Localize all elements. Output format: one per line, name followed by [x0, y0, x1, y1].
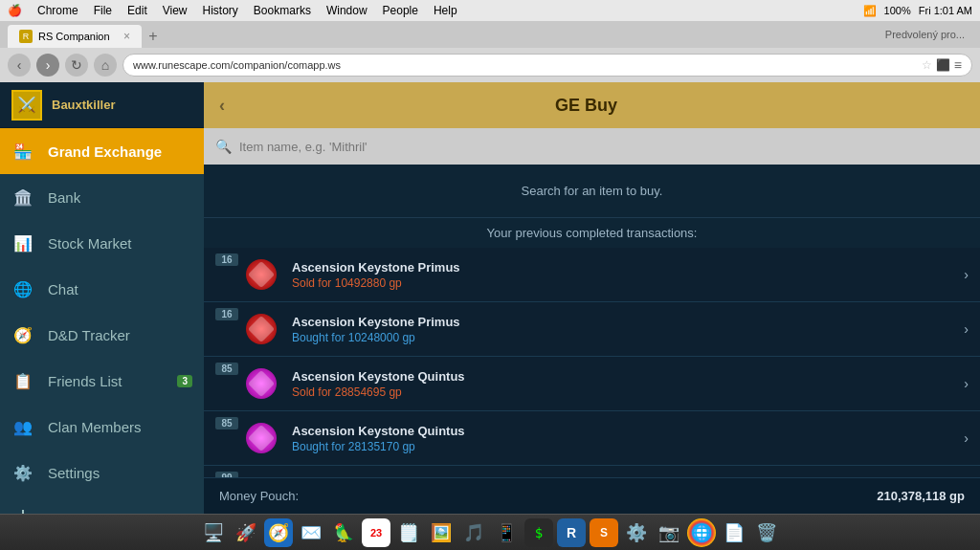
sidebar-item-clan-members[interactable]: 👥 Clan Members [0, 404, 204, 450]
dock-bird[interactable]: 🦜 [329, 518, 358, 547]
transaction-item[interactable]: 99 Ascension Keystone Tertius Sold for 3… [204, 466, 980, 477]
stock-market-icon: 📊 [11, 231, 34, 254]
item-info: Ascension Keystone Quintus Sold for 2885… [292, 369, 956, 399]
address-bar[interactable]: www.runescape.com/companion/comapp.ws ☆ … [122, 54, 972, 77]
tab-close-button[interactable]: × [123, 30, 130, 43]
item-price: Bought for 10248000 gp [292, 331, 956, 344]
bookmark-icon[interactable]: ☆ [922, 58, 932, 72]
item-price: Sold for 10492880 gp [292, 276, 956, 290]
menu-people[interactable]: People [383, 4, 418, 17]
nav-bar: ‹ › ↻ ⌂ www.runescape.com/companion/coma… [0, 48, 980, 82]
back-button[interactable]: ‹ [8, 54, 31, 77]
apple-menu[interactable]: 🍎 [8, 4, 22, 17]
new-tab-button[interactable]: + [142, 25, 165, 48]
sidebar-item-log-out[interactable]: ⏻ Log Out [0, 495, 204, 514]
sidebar-item-bank[interactable]: 🏛️ Bank [0, 174, 204, 220]
transaction-item[interactable]: 85 Ascension Keystone Quintus Bought for… [204, 411, 980, 466]
item-name: Ascension Keystone Primus [292, 260, 956, 275]
sidebar: ⚔️ Bauxtkiller 🏪 Grand Exchange 🏛️ Bank … [0, 82, 204, 514]
menu-chrome[interactable]: Chrome [37, 4, 78, 17]
forward-button[interactable]: › [36, 54, 59, 77]
dock-appstore[interactable]: 📱 [492, 518, 521, 547]
dock-system-prefs[interactable]: ⚙️ [622, 518, 651, 547]
item-image [242, 310, 280, 348]
dock-r-app[interactable]: R [557, 518, 586, 547]
menu-history[interactable]: History [203, 4, 238, 17]
transactions-section-label: Your previous completed transactions: [204, 218, 980, 248]
tab-label: RS Companion [38, 31, 110, 42]
qty-badge: 85 [215, 363, 238, 375]
sidebar-item-settings[interactable]: ⚙️ Settings [0, 450, 204, 495]
page-title: GE Buy [236, 96, 936, 116]
chevron-right-icon: › [964, 430, 969, 446]
sidebar-item-stock-market[interactable]: 📊 Stock Market [0, 220, 204, 266]
dock-chrome[interactable]: 🌐 [687, 518, 716, 547]
transaction-item[interactable]: 16 Ascension Keystone Primus Bought for … [204, 302, 980, 357]
dock-preview[interactable]: 📷 [655, 518, 683, 547]
transactions-area: Search for an item to buy. Your previous… [204, 165, 980, 477]
reload-button[interactable]: ↻ [65, 54, 88, 77]
transaction-item[interactable]: 85 Ascension Keystone Quintus Sold for 2… [204, 357, 980, 411]
search-bar: 🔍 [204, 128, 980, 165]
battery-indicator: 100% [884, 5, 911, 16]
menu-view[interactable]: View [163, 4, 188, 17]
dock-slides[interactable]: S [590, 518, 618, 547]
browser-tab[interactable]: R RS Companion × [8, 25, 142, 48]
sidebar-username: Bauxtkiller [52, 98, 115, 112]
menu-edit[interactable]: Edit [127, 4, 147, 17]
sidebar-item-dd-tracker[interactable]: 🧭 D&D Tracker [0, 312, 204, 358]
search-input[interactable] [239, 140, 969, 154]
keystone-primus-icon [246, 259, 277, 290]
dock-mail[interactable]: ✉️ [297, 518, 325, 547]
dock-pages[interactable]: 📄 [720, 518, 748, 547]
main-header: ‹ GE Buy [204, 82, 980, 128]
sidebar-label-bank: Bank [48, 189, 80, 206]
search-hint: Search for an item to buy. [204, 165, 980, 217]
dock-trash[interactable]: 🗑️ [752, 518, 781, 547]
sidebar-label-stock-market: Stock Market [48, 235, 132, 252]
menu-file[interactable]: File [94, 4, 112, 17]
home-button[interactable]: ⌂ [94, 54, 117, 77]
dock-terminal[interactable]: $ [524, 518, 553, 547]
menu-bar: 🍎 Chrome File Edit View History Bookmark… [0, 0, 980, 21]
item-image [242, 255, 280, 294]
qty-badge: 85 [215, 417, 238, 429]
item-info: Ascension Keystone Primus Sold for 10492… [292, 260, 956, 290]
item-image [242, 419, 280, 457]
dock-notes[interactable]: 🗒️ [394, 518, 423, 547]
back-to-menu-button[interactable]: ‹ [219, 96, 225, 116]
profile-hint: Predvolený pro... [885, 29, 972, 40]
sidebar-item-chat[interactable]: 🌐 Chat [0, 266, 204, 312]
item-image [242, 473, 280, 477]
sidebar-label-log-out: Log Out [48, 511, 99, 515]
item-price: Sold for 28854695 gp [292, 385, 956, 399]
friends-list-icon: 📋 [11, 369, 34, 392]
dock-calendar[interactable]: 23 [362, 518, 390, 547]
transaction-item[interactable]: 16 Ascension Keystone Primus Sold for 10… [204, 248, 980, 302]
wifi-icon: 📶 [863, 5, 877, 17]
menu-help[interactable]: Help [434, 4, 457, 17]
sidebar-label-chat: Chat [48, 281, 78, 297]
menu-icon[interactable]: ≡ [954, 57, 962, 73]
search-icon: 🔍 [215, 139, 232, 154]
keystone-quintus-icon [246, 423, 277, 453]
dock-itunes[interactable]: 🎵 [459, 518, 488, 547]
main-content: ‹ GE Buy 🔍 Search for an item to buy. Yo… [204, 82, 980, 514]
sidebar-item-grand-exchange[interactable]: 🏪 Grand Exchange [0, 128, 204, 174]
dock-safari[interactable]: 🧭 [264, 518, 293, 547]
qty-badge: 99 [215, 472, 238, 477]
dd-tracker-icon: 🧭 [11, 323, 34, 346]
dock-finder[interactable]: 🖥️ [199, 518, 228, 547]
grand-exchange-icon: 🏪 [11, 140, 34, 163]
dock-photos[interactable]: 🖼️ [427, 518, 456, 547]
clock: Fri 1:01 AM [919, 5, 972, 16]
footer: Money Pouch: 210,378,118 gp [204, 477, 980, 514]
sidebar-label-clan-members: Clan Members [48, 419, 142, 435]
menu-window[interactable]: Window [326, 4, 368, 17]
menu-bookmarks[interactable]: Bookmarks [254, 4, 311, 17]
item-price: Bought for 28135170 gp [292, 440, 956, 453]
sidebar-label-grand-exchange: Grand Exchange [48, 143, 162, 160]
url-display: www.runescape.com/companion/comapp.ws [133, 59, 922, 71]
dock-launchpad[interactable]: 🚀 [232, 518, 260, 547]
sidebar-item-friends-list[interactable]: 📋 Friends List 3 [0, 358, 204, 404]
